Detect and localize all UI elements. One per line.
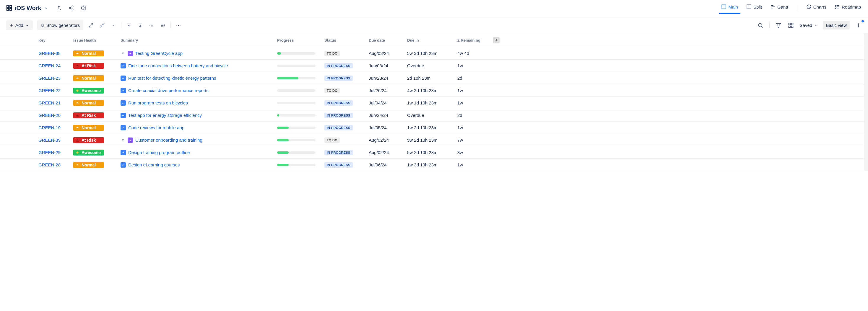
table-row[interactable]: GREEN-28 Normal Design eLearning courses… bbox=[0, 159, 868, 171]
col-summary[interactable]: Summary bbox=[118, 37, 275, 44]
view-tab-main[interactable]: Main bbox=[720, 2, 739, 13]
remaining-cell[interactable]: 4w 4d bbox=[455, 49, 490, 57]
issue-key[interactable]: GREEN-28 bbox=[32, 161, 71, 169]
chevron-down-icon[interactable] bbox=[110, 22, 117, 29]
status-cell[interactable]: IN PROGRESS bbox=[322, 99, 366, 107]
progress-cell[interactable] bbox=[275, 76, 322, 80]
status-cell[interactable]: IN PROGRESS bbox=[322, 161, 366, 169]
summary-cell[interactable]: Fine-tune connections between battery an… bbox=[118, 62, 275, 70]
summary-link[interactable]: Test app for energy storage efficiency bbox=[128, 113, 202, 118]
summary-link[interactable]: Run test for detecting kinetic energy pa… bbox=[128, 75, 216, 80]
summary-link[interactable]: Design eLearning courses bbox=[128, 162, 180, 167]
issue-health[interactable]: Normal bbox=[71, 124, 118, 132]
issue-key[interactable]: GREEN-20 bbox=[32, 111, 71, 119]
progress-cell[interactable] bbox=[275, 63, 322, 68]
summary-cell[interactable]: Run test for detecting kinetic energy pa… bbox=[118, 74, 275, 82]
table-row[interactable]: GREEN-38 Normal Testing GreenCycle app T… bbox=[0, 47, 868, 60]
move-up-icon[interactable] bbox=[126, 22, 133, 29]
due-date-cell[interactable]: Jun/03/24 bbox=[366, 62, 405, 69]
outdent-icon[interactable] bbox=[148, 22, 155, 29]
due-in-cell[interactable]: 1w 3d 10h 23m bbox=[405, 161, 455, 169]
summary-link[interactable]: Design training program outline bbox=[128, 150, 190, 155]
progress-cell[interactable] bbox=[275, 138, 322, 142]
move-down-icon[interactable] bbox=[137, 22, 144, 29]
col-key[interactable]: Key bbox=[32, 37, 71, 44]
status-cell[interactable]: IN PROGRESS bbox=[322, 148, 366, 157]
issue-health[interactable]: Normal bbox=[71, 74, 118, 82]
due-date-cell[interactable]: Jun/24/24 bbox=[366, 111, 405, 119]
summary-link[interactable]: Code reviews for mobile app bbox=[128, 125, 184, 130]
table-row[interactable]: GREEN-19 Normal Code reviews for mobile … bbox=[0, 122, 868, 134]
progress-cell[interactable] bbox=[275, 163, 322, 167]
remaining-cell[interactable]: 1w bbox=[455, 124, 490, 131]
due-in-cell[interactable]: Overdue bbox=[405, 62, 455, 69]
status-cell[interactable]: IN PROGRESS bbox=[322, 74, 366, 82]
basic-view-button[interactable]: Basic view bbox=[823, 21, 850, 30]
view-tab-charts[interactable]: Charts bbox=[805, 2, 828, 13]
due-in-cell[interactable]: 2d 10h 23m bbox=[405, 74, 455, 82]
due-in-cell[interactable]: 1w 2d 10h 23m bbox=[405, 124, 455, 131]
progress-cell[interactable] bbox=[275, 150, 322, 155]
collapse-icon[interactable] bbox=[99, 22, 106, 29]
issue-key[interactable]: GREEN-39 bbox=[32, 136, 71, 144]
scrollbar[interactable] bbox=[864, 33, 868, 171]
issue-key[interactable]: GREEN-38 bbox=[32, 49, 71, 57]
table-row[interactable]: GREEN-20 At Risk Test app for energy sto… bbox=[0, 109, 868, 122]
status-cell[interactable]: IN PROGRESS bbox=[322, 62, 366, 70]
table-row[interactable]: GREEN-22 Awesome Create coaxial drive pe… bbox=[0, 84, 868, 97]
share-icon[interactable] bbox=[68, 5, 74, 11]
remaining-cell[interactable]: 1w bbox=[455, 87, 490, 94]
remaining-cell[interactable]: 1w bbox=[455, 62, 490, 69]
issue-health[interactable]: At Risk bbox=[71, 111, 118, 119]
col-due-date[interactable]: Due date bbox=[366, 37, 405, 44]
summary-link[interactable]: Fine-tune connections between battery an… bbox=[128, 63, 228, 68]
status-cell[interactable]: IN PROGRESS bbox=[322, 124, 366, 132]
filter-icon[interactable] bbox=[775, 22, 782, 29]
summary-cell[interactable]: Code reviews for mobile app bbox=[118, 124, 275, 132]
status-cell[interactable]: IN PROGRESS bbox=[322, 111, 366, 119]
issue-key[interactable]: GREEN-24 bbox=[32, 62, 71, 69]
table-row[interactable]: GREEN-39 At Risk Customer onboarding and… bbox=[0, 134, 868, 146]
col-status[interactable]: Status bbox=[322, 37, 366, 44]
search-icon[interactable] bbox=[757, 22, 764, 29]
expand-icon[interactable] bbox=[88, 22, 95, 29]
summary-cell[interactable]: Design training program outline bbox=[118, 149, 275, 157]
issue-health[interactable]: Normal bbox=[71, 161, 118, 169]
col-remaining[interactable]: Σ Remaining bbox=[455, 37, 490, 44]
issue-key[interactable]: GREEN-22 bbox=[32, 87, 71, 94]
status-cell[interactable]: TO DO bbox=[322, 87, 366, 95]
expand-toggle[interactable] bbox=[121, 51, 125, 56]
summary-link[interactable]: Testing GreenCycle app bbox=[135, 51, 183, 56]
summary-cell[interactable]: Design eLearning courses bbox=[118, 161, 275, 169]
summary-cell[interactable]: Create coaxial drive performance reports bbox=[118, 87, 275, 95]
remaining-cell[interactable]: 3w bbox=[455, 149, 490, 156]
due-date-cell[interactable]: Aug/02/24 bbox=[366, 149, 405, 156]
help-icon[interactable] bbox=[80, 5, 87, 11]
table-row[interactable]: GREEN-29 Awesome Design training program… bbox=[0, 146, 868, 159]
due-in-cell[interactable]: 1w 1d 10h 23m bbox=[405, 99, 455, 106]
due-date-cell[interactable]: Jul/05/24 bbox=[366, 124, 405, 131]
show-generators-button[interactable]: Show generators bbox=[37, 20, 83, 30]
progress-cell[interactable] bbox=[275, 51, 322, 56]
view-tab-gantt[interactable]: Gantt bbox=[769, 2, 789, 13]
due-date-cell[interactable]: Jun/28/24 bbox=[366, 74, 405, 82]
remaining-cell[interactable]: 2d bbox=[455, 74, 490, 82]
remaining-cell[interactable]: 1w bbox=[455, 161, 490, 169]
issue-health[interactable]: At Risk bbox=[71, 136, 118, 144]
view-tab-split[interactable]: Split bbox=[745, 2, 763, 13]
saved-dropdown[interactable]: Saved bbox=[800, 23, 818, 28]
status-cell[interactable]: TO DO bbox=[322, 49, 366, 57]
summary-cell[interactable]: Testing GreenCycle app bbox=[118, 49, 275, 57]
board-title-dropdown[interactable]: iOS Work bbox=[6, 5, 49, 11]
progress-cell[interactable] bbox=[275, 126, 322, 130]
summary-cell[interactable]: Test app for energy storage efficiency bbox=[118, 111, 275, 119]
summary-cell[interactable]: Customer onboarding and training bbox=[118, 136, 275, 144]
progress-cell[interactable] bbox=[275, 113, 322, 118]
issue-key[interactable]: GREEN-21 bbox=[32, 99, 71, 106]
due-in-cell[interactable]: 4w 2d 10h 23m bbox=[405, 87, 455, 94]
expand-toggle[interactable] bbox=[121, 138, 125, 142]
indent-icon[interactable] bbox=[159, 22, 166, 29]
summary-link[interactable]: Customer onboarding and training bbox=[135, 138, 203, 142]
col-issue-health[interactable]: Issue Health bbox=[71, 37, 118, 44]
table-row[interactable]: GREEN-21 Normal Run program tests on bic… bbox=[0, 97, 868, 109]
